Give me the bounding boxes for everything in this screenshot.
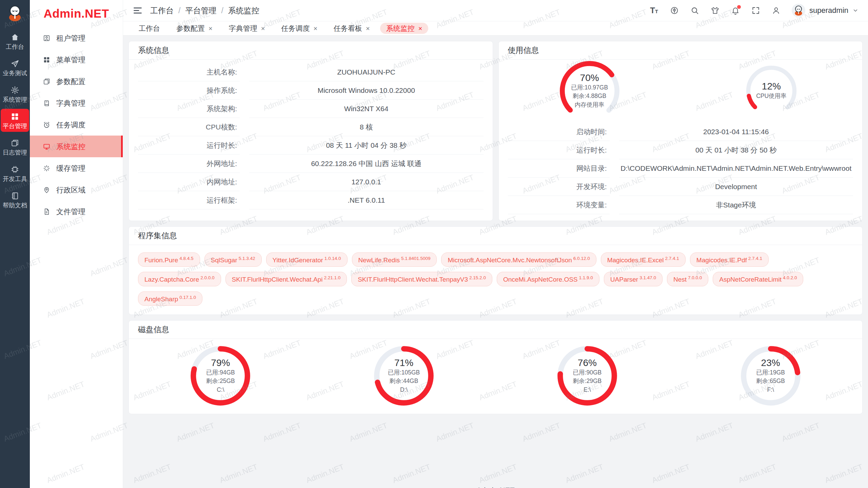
system-info-table: 主机名称: ZUOHUAIJUN-PC 操作系统: Microsoft Wind… <box>129 60 493 209</box>
table-row: 运行时长: 00 天 01 小时 38 分 50 秒 <box>508 141 853 159</box>
breadcrumb-separator: / <box>178 6 180 15</box>
sidebar-menu-icon <box>43 121 51 129</box>
usage-info-title: 使用信息 <box>499 41 863 60</box>
sidebar-menu-label: 行政区域 <box>56 185 85 195</box>
font-size-icon[interactable]: TT <box>649 6 659 15</box>
usage-gauges: 70% 已用:10.97GB 剩余:4.88GB 内存使用率 12% <box>499 60 863 119</box>
tab-close-icon[interactable]: × <box>313 25 317 32</box>
row-label: 外网地址: <box>138 155 240 173</box>
disk-info-title: 磁盘信息 <box>129 321 862 339</box>
assembly-badge: Yitter.IdGenerator1.0.14.0 <box>266 252 348 267</box>
page-tab-label: 参数配置 <box>176 24 205 33</box>
gauge-percent: 12% <box>762 81 781 92</box>
row-label: 运行时长: <box>138 136 240 155</box>
row-value: 8 核 <box>249 118 484 136</box>
sidebar-menu-item[interactable]: 任务调度 <box>30 114 123 136</box>
gauge-cell: 70% 已用:10.97GB 剩余:4.88GB 内存使用率 <box>499 58 680 123</box>
page-tab[interactable]: 字典管理 × <box>223 23 271 34</box>
topbar: 工作台 / 平台管理 / 系统监控 TT <box>123 0 868 21</box>
row-value: Win32NT X64 <box>249 100 484 118</box>
row-value: Microsoft Windows 10.0.22000 <box>249 81 484 100</box>
rail-item[interactable]: 业务测试 <box>1 56 29 79</box>
assembly-version: 0.17.1.0 <box>179 295 196 300</box>
sidebar-menu-label: 缓存管理 <box>56 163 85 173</box>
page-tab[interactable]: 任务调度 × <box>275 23 323 34</box>
gauge-cell: 23% 已用:19GB 剩余:65GB F:\ <box>679 344 862 408</box>
assembly-badge: Furion.Pure4.8.4.5 <box>138 252 200 267</box>
notification-bell-icon[interactable] <box>731 6 740 15</box>
rail-item[interactable]: 工作台 <box>1 29 29 53</box>
system-info-card: 系统信息 主机名称: ZUOHUAIJUN-PC 操作系统: Microsoft… <box>129 41 493 221</box>
assembly-version: 2.21.1.0 <box>324 275 340 280</box>
assembly-badge: Lazy.Captcha.Core2.0.0.0 <box>138 272 221 286</box>
sidebar-menu-label: 参数配置 <box>56 77 85 86</box>
sidebar-menu-item[interactable]: 系统监控 <box>30 136 123 157</box>
assembly-badge: Magicodes.IE.Excel2.7.4.1 <box>601 252 686 267</box>
gauge-detail: 已用:105GB 剩余:44GB D:\ <box>388 368 420 394</box>
breadcrumb-item[interactable]: / 平台管理 <box>174 5 216 16</box>
brand-title: Admin.NET <box>30 0 123 27</box>
row-label: 操作系统: <box>138 81 240 100</box>
tab-close-icon[interactable]: × <box>209 25 213 32</box>
assembly-badge: OnceMi.AspNetCore.OSS1.1.9.0 <box>497 272 599 286</box>
sidebar-menu-item[interactable]: 行政区域 <box>30 179 123 201</box>
assembly-badge: NewLife.Redis5.1.8401.5009 <box>352 252 437 267</box>
assembly-info-card: 程序集信息 Furion.Pure4.8.4.5SqlSugar5.1.3.42… <box>129 226 863 315</box>
rail-item[interactable]: 平台管理 <box>1 109 29 132</box>
sidebar-menu-item[interactable]: 菜单管理 <box>30 49 123 70</box>
row-label: 运行时长: <box>508 141 610 159</box>
sidebar-menu-label: 菜单管理 <box>56 55 85 65</box>
tab-close-icon[interactable]: × <box>418 25 422 32</box>
gauge-cell: 71% 已用:105GB 剩余:44GB D:\ <box>312 344 496 408</box>
page-tab[interactable]: 任务看板 × <box>328 23 376 34</box>
assembly-version: 5.1.3.42 <box>239 256 255 261</box>
tab-close-icon[interactable]: × <box>261 25 265 32</box>
usage-info-table: 启动时间: 2023-01-04 11:15:46 运行时长: 00 天 01 … <box>499 119 863 214</box>
disk-gauge: 71% 已用:105GB 剩余:44GB D:\ <box>372 344 436 408</box>
breadcrumb-item[interactable]: / 系统监控 <box>216 5 259 16</box>
page-tab[interactable]: 系统监控 × <box>380 23 429 34</box>
rail-item[interactable]: 日志管理 <box>1 135 29 158</box>
assembly-version: 4.8.4.5 <box>179 256 193 261</box>
search-icon[interactable] <box>690 6 699 15</box>
gauge-cell: 12% CPU使用率 <box>680 63 862 118</box>
assembly-version: 1.1.9.0 <box>579 275 593 280</box>
user-icon[interactable] <box>771 6 781 15</box>
breadcrumb-item[interactable]: 工作台 <box>150 5 174 16</box>
table-row: 系统架构: Win32NT X64 <box>138 100 484 118</box>
language-icon[interactable] <box>670 6 679 15</box>
app-window: 工作台 业务测试 系统管理 平台管理 日志管理 开发工具 帮助文档 A <box>0 0 868 488</box>
sidebar-menu-label: 租户管理 <box>56 33 85 43</box>
gauge-cell: 79% 已用:94GB 剩余:25GB C:\ <box>129 344 312 408</box>
rail-item[interactable]: 开发工具 <box>1 162 29 185</box>
gauge-detail: 已用:10.97GB 剩余:4.88GB 内存使用率 <box>571 83 608 109</box>
table-row: 网站目录: D:\CODEWORK\Admin.NET\Admin.NET\Ad… <box>508 159 853 178</box>
user-menu[interactable]: superadmin <box>792 4 859 17</box>
disk-gauge: 23% 已用:19GB 剩余:65GB F:\ <box>738 344 803 408</box>
rail-item[interactable]: 系统管理 <box>1 82 29 105</box>
page-tab[interactable]: 工作台 <box>133 23 166 34</box>
page-tab-label: 工作台 <box>139 24 160 33</box>
sidebar-menu-item[interactable]: 字典管理 <box>30 92 123 114</box>
sidebar-menu-item[interactable]: 参数配置 <box>30 70 123 92</box>
fullscreen-icon[interactable] <box>751 6 761 15</box>
breadcrumb-label: 系统监控 <box>228 5 259 16</box>
assembly-version: 1.0.14.0 <box>324 256 341 261</box>
sidebar-menu-icon <box>43 56 51 64</box>
sidebar-menu-item[interactable]: 文件管理 <box>30 201 123 222</box>
sidebar-menu-item[interactable]: 租户管理 <box>30 27 123 49</box>
assembly-badge: SqlSugar5.1.3.42 <box>204 252 262 267</box>
collapse-menu-icon[interactable] <box>133 5 143 16</box>
row-label: 开发环境: <box>508 178 610 196</box>
page-tab[interactable]: 参数配置 × <box>170 23 219 34</box>
rail-item-label: 日志管理 <box>3 149 27 156</box>
app-logo-mascot-icon[interactable] <box>6 4 24 22</box>
rail-item[interactable]: 帮助文档 <box>1 188 29 211</box>
theme-skin-icon[interactable] <box>710 6 720 15</box>
page-footer: Admin.NET Copyright © 2022 Dilon All rig… <box>129 486 863 488</box>
sidebar-menu-item[interactable]: 缓存管理 <box>30 157 123 179</box>
rail-item-icon <box>11 112 19 121</box>
assembly-version: 4.0.2.0 <box>783 275 797 280</box>
tab-close-icon[interactable]: × <box>366 25 370 32</box>
table-row: 运行框架: .NET 6.0.11 <box>138 191 484 209</box>
